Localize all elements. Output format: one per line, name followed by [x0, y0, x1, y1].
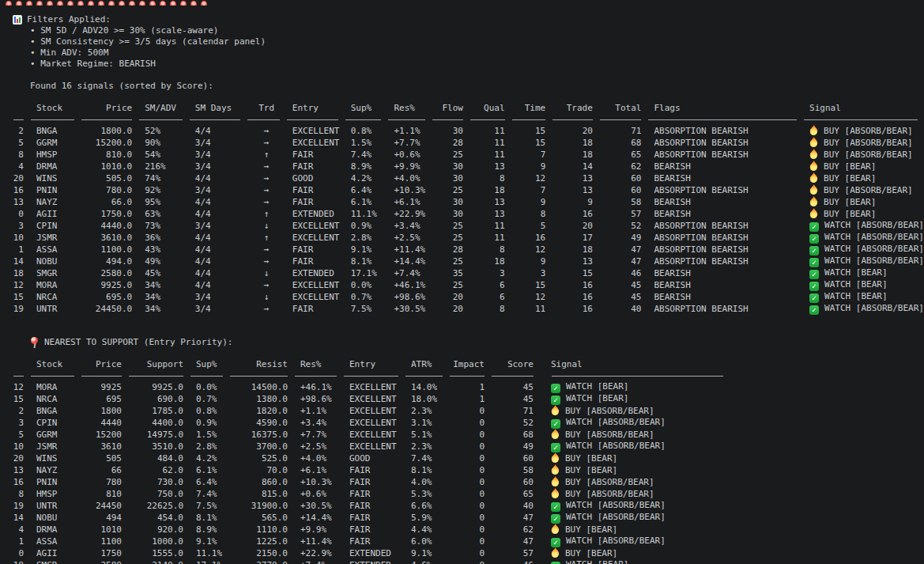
table-row: 14NOBU494454.08.1%565.0+14.4%FAIR5.9%047…: [13, 512, 730, 524]
cell-support: 730.0: [128, 476, 190, 488]
cell-trade: 13: [552, 172, 599, 184]
cell-trade: 18: [552, 149, 599, 161]
cell-num: 18: [13, 267, 30, 279]
cell-time: 15: [511, 137, 553, 149]
cell-flags: ABSORPTION BEARISH: [647, 220, 803, 232]
cell-signal: ✓WATCH [ABSORB/BEAR]: [540, 536, 730, 547]
cell-stock: ASSA: [30, 244, 81, 256]
cell-entry: EXCELLENT: [343, 441, 405, 452]
table-row: 0AGII17501555.011.1%2150.0+22.9%EXTENDED…: [13, 547, 730, 559]
cell-total: 40: [599, 303, 648, 315]
cell-entry: EXCELLENT: [286, 232, 345, 244]
cell-stock: CPIN: [30, 220, 81, 232]
table-row: 0AGII1750.063%4/4↑EXTENDED11.1%+22.9%301…: [13, 208, 924, 220]
cell-signal: BUY [BEAR]: [803, 196, 924, 208]
cell-qual: 6: [470, 279, 511, 291]
cell-stock: JSMR: [30, 232, 81, 244]
cell-time: 12: [511, 244, 553, 256]
cell-score: 47: [491, 512, 540, 524]
column-underline: [13, 119, 24, 120]
cell-atr: 5.1%: [405, 429, 449, 441]
cell-support: 22625.0: [128, 500, 190, 512]
cell-smdays: 4/4: [189, 196, 247, 208]
separator-row: [13, 370, 730, 381]
signal-label: WATCH [ABSORB/BEAR]: [566, 536, 666, 546]
cell-num: 16: [13, 476, 30, 488]
cell-score: 60: [491, 476, 540, 488]
column-underline: [190, 376, 223, 377]
fire-icon: [551, 464, 560, 475]
cell-entry: FAIR: [343, 476, 405, 488]
cell-support: 2140.0: [128, 559, 190, 564]
cell-sup: 8.9%: [190, 524, 229, 536]
filter-item: • SM Consistency >= 3/5 days (calendar p…: [30, 36, 924, 47]
cell-res: +3.4%: [294, 417, 343, 429]
col-header-entry: Entry: [343, 359, 405, 370]
cell-sup: 7.4%: [190, 488, 229, 500]
cell-trd: →: [247, 172, 285, 184]
cell-trd: ↑: [247, 208, 285, 220]
cell-sup: 0.0%: [190, 381, 229, 393]
cell-entry: FAIR: [343, 536, 405, 547]
cell-score: 45: [491, 381, 540, 393]
table-row: 2BNGA1800.052%4/4→EXCELLENT0.8%+1.1%3011…: [13, 125, 924, 137]
cell-num: 12: [13, 279, 30, 291]
signal-label: BUY [BEAR]: [565, 524, 617, 535]
cell-num: 20: [13, 452, 30, 464]
cell-res: +22.9%: [387, 208, 432, 220]
cell-signal: ✓WATCH [ABSORB/BEAR]: [540, 441, 730, 452]
col-header-stock: Stock: [30, 103, 81, 114]
signal-label: BUY [ABSORB/BEAR]: [565, 489, 654, 499]
header-row: StockPriceSM/ADVSM DaysTrdEntrySup%Res%F…: [13, 103, 924, 114]
found-signals-line: Found 16 signals (sorted by Score):: [30, 81, 924, 92]
cell-flags: BEARISH: [647, 267, 803, 279]
cell-sup: 1.5%: [190, 429, 229, 441]
red-dot-icon: [139, 1, 145, 6]
check-icon: ✓: [551, 384, 560, 393]
cell-res: +7.7%: [387, 137, 432, 149]
cell-resist: 1380.0: [229, 393, 294, 405]
fire-icon: [809, 184, 818, 195]
table-row: 3CPIN44404400.00.9%4590.0+3.4%EXCELLENT3…: [13, 417, 730, 429]
cell-impact: 1: [449, 393, 491, 405]
cell-price: 1010: [81, 524, 128, 536]
cell-time: 11: [511, 303, 553, 315]
cell-num: 14: [13, 256, 30, 267]
cell-price: 15200: [81, 429, 128, 441]
cell-trade: 13: [552, 184, 599, 196]
col-header-price: Price: [81, 359, 128, 370]
cell-entry: EXCELLENT: [343, 417, 405, 429]
cell-smadv: 90%: [138, 137, 189, 149]
cell-resist: 815.0: [229, 488, 294, 500]
cell-smdays: 4/4: [189, 232, 247, 244]
cell-entry: EXTENDED: [343, 559, 405, 564]
signal-label: BUY [BEAR]: [565, 548, 617, 558]
cell-resist: 4590.0: [229, 417, 294, 429]
cell-entry: EXCELLENT: [343, 393, 405, 405]
column-underline: [295, 376, 337, 377]
table-row: 15NRCA695.034%3/4↓EXCELLENT0.7%+98.6%206…: [13, 291, 924, 303]
cell-stock: PNIN: [30, 184, 81, 196]
cell-flags: ABSORPTION BEARISH: [647, 125, 803, 137]
signal-label: WATCH [ABSORB/BEAR]: [824, 256, 924, 266]
signal-label: WATCH [ABSORB/BEAR]: [824, 220, 924, 230]
cell-impact: 0: [449, 464, 491, 476]
cell-entry: FAIR: [286, 184, 345, 196]
cell-qual: 11: [470, 149, 511, 161]
cell-signal: ✓WATCH [BEAR]: [540, 393, 730, 405]
pushpin-icon: [30, 337, 40, 348]
signal-label: WATCH [BEAR]: [824, 279, 887, 290]
cell-trd: →: [247, 256, 285, 267]
cell-res: +6.1%: [387, 196, 432, 208]
col-header-trd: Trd: [247, 103, 285, 114]
column-underline: [405, 376, 443, 377]
cell-smadv: 54%: [138, 149, 189, 161]
signal-label: WATCH [BEAR]: [824, 267, 887, 278]
cell-signal: BUY [BEAR]: [540, 547, 730, 559]
cell-res: +9.9%: [387, 161, 432, 172]
cell-atr: 14.0%: [405, 381, 449, 393]
table-row: 1ASSA11001000.09.1%1225.0+11.4%FAIR6.0%0…: [13, 536, 730, 547]
cell-time: 3: [511, 267, 553, 279]
red-dot-icon: [129, 1, 135, 6]
cell-score: 57: [491, 547, 540, 559]
